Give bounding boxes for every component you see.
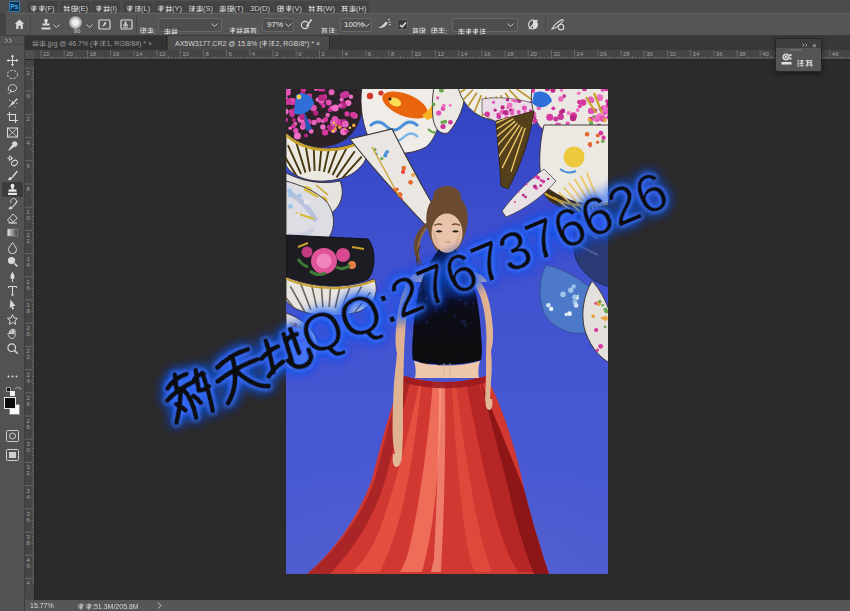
svg-text:46: 46 — [832, 51, 839, 57]
svg-text:34: 34 — [693, 51, 700, 57]
svg-text:20: 20 — [66, 51, 73, 57]
svg-text:14: 14 — [136, 51, 143, 57]
svg-text:16: 16 — [113, 51, 120, 57]
svg-text:24: 24 — [577, 51, 584, 57]
svg-text:20: 20 — [530, 51, 537, 57]
svg-text:38: 38 — [739, 51, 746, 57]
svg-text:32: 32 — [669, 51, 676, 57]
svg-text:12: 12 — [159, 51, 166, 57]
svg-text:26: 26 — [600, 51, 607, 57]
svg-text:36: 36 — [716, 51, 723, 57]
svg-text:12: 12 — [437, 51, 444, 57]
svg-text:22: 22 — [43, 51, 50, 57]
svg-text:14: 14 — [461, 51, 468, 57]
svg-text:18: 18 — [507, 51, 514, 57]
svg-text:40: 40 — [762, 51, 769, 57]
svg-text:28: 28 — [623, 51, 630, 57]
svg-text:22: 22 — [553, 51, 560, 57]
svg-text:30: 30 — [646, 51, 653, 57]
svg-text:16: 16 — [484, 51, 491, 57]
svg-text:10: 10 — [182, 51, 189, 57]
svg-text:18: 18 — [89, 51, 96, 57]
svg-text:10: 10 — [414, 51, 421, 57]
